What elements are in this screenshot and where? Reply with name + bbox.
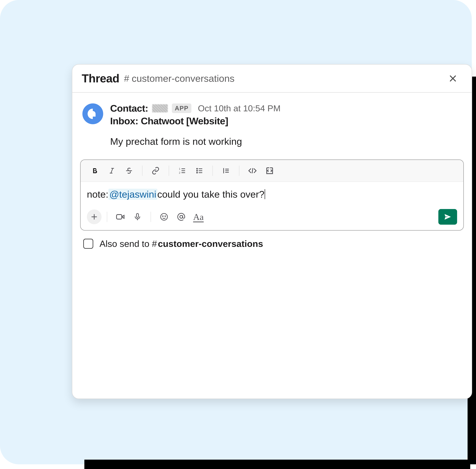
svg-point-12 — [197, 170, 197, 171]
separator — [239, 166, 239, 176]
code-block-icon — [265, 166, 274, 175]
microphone-icon — [133, 213, 142, 221]
ordered-list-button[interactable]: 12 — [174, 163, 190, 179]
link-button[interactable] — [148, 163, 163, 179]
svg-point-31 — [180, 216, 183, 218]
message-timestamp: Oct 10th at 10:54 PM — [198, 103, 281, 113]
message-body: Contact: APP Oct 10th at 10:54 PM Inbox:… — [110, 103, 462, 147]
shadow-bottom — [84, 460, 470, 469]
separator — [107, 212, 107, 222]
message: Contact: APP Oct 10th at 10:54 PM Inbox:… — [72, 93, 472, 150]
inbox-line: Inbox: Chatwoot [Website] — [110, 115, 462, 126]
separator — [169, 166, 169, 176]
blockquote-icon — [222, 167, 230, 175]
blockquote-button[interactable] — [218, 163, 234, 179]
svg-point-13 — [197, 172, 197, 173]
at-icon — [177, 213, 185, 221]
code-icon — [248, 166, 257, 175]
format-toggle-button[interactable]: Aa — [190, 209, 206, 225]
avatar — [82, 103, 104, 125]
app-badge: APP — [172, 103, 191, 113]
video-button[interactable] — [112, 209, 128, 225]
message-meta: Contact: APP Oct 10th at 10:54 PM — [110, 103, 462, 114]
svg-text:1: 1 — [179, 168, 180, 170]
link-icon — [152, 167, 160, 175]
svg-point-30 — [165, 216, 165, 217]
format-toolbar: 12 — [81, 160, 463, 182]
video-icon — [116, 212, 125, 221]
also-send-checkbox[interactable] — [83, 239, 93, 249]
strikethrough-icon — [125, 167, 133, 175]
svg-point-29 — [162, 216, 163, 217]
emoji-button[interactable] — [156, 209, 172, 225]
input-suffix: could you take this over? — [157, 189, 265, 200]
svg-rect-26 — [137, 213, 139, 218]
composer: 12 note: @tejaswini — [80, 159, 464, 231]
svg-line-4 — [111, 168, 113, 173]
also-send-prefix: Also send to — [99, 239, 152, 249]
close-icon — [448, 74, 457, 83]
separator — [212, 166, 213, 176]
bold-icon — [91, 167, 98, 174]
thread-channel[interactable]: # customer-conversations — [124, 73, 235, 84]
svg-point-11 — [197, 168, 197, 169]
format-icon: Aa — [193, 212, 204, 222]
hash-icon: # — [124, 73, 129, 84]
channel-name: customer-conversations — [132, 73, 235, 84]
svg-text:2: 2 — [179, 171, 180, 174]
emoji-icon — [160, 213, 168, 221]
plus-icon — [91, 213, 98, 220]
svg-point-28 — [160, 213, 167, 220]
thread-header: Thread # customer-conversations — [72, 65, 472, 93]
code-block-button[interactable] — [262, 163, 277, 179]
also-send-label: Also send to #customer-conversations — [99, 238, 263, 249]
send-button[interactable] — [438, 209, 457, 225]
bullet-list-button[interactable] — [191, 163, 207, 179]
bold-button[interactable] — [87, 163, 102, 179]
svg-rect-24 — [117, 215, 122, 219]
code-button[interactable] — [245, 163, 260, 179]
audio-button[interactable] — [130, 209, 145, 225]
bullet-list-icon — [195, 167, 203, 175]
thread-title: Thread — [82, 72, 119, 85]
also-send-row: Also send to #customer-conversations — [72, 234, 472, 253]
italic-icon — [108, 167, 115, 174]
send-icon — [444, 213, 452, 221]
action-toolbar: Aa — [81, 207, 463, 230]
mention-button[interactable] — [174, 209, 189, 225]
italic-button[interactable] — [104, 163, 120, 179]
input-prefix: note: — [87, 189, 108, 200]
contact-label: Contact: — [110, 103, 148, 114]
also-send-channel: customer-conversations — [158, 239, 263, 249]
close-button[interactable] — [447, 72, 459, 85]
separator — [151, 212, 151, 222]
ordered-list-icon: 12 — [178, 167, 186, 175]
mention[interactable]: @tejaswini — [108, 189, 157, 200]
hash-icon: # — [152, 239, 157, 249]
attach-button[interactable] — [87, 209, 102, 224]
redacted-name — [152, 104, 168, 112]
thread-panel: Thread # customer-conversations Co — [72, 64, 472, 399]
message-input[interactable]: note: @tejaswini could you take this ove… — [81, 182, 463, 207]
svg-line-21 — [252, 168, 253, 173]
separator — [142, 166, 143, 176]
message-text: My prechat form is not working — [110, 136, 462, 147]
strikethrough-button[interactable] — [121, 163, 137, 179]
